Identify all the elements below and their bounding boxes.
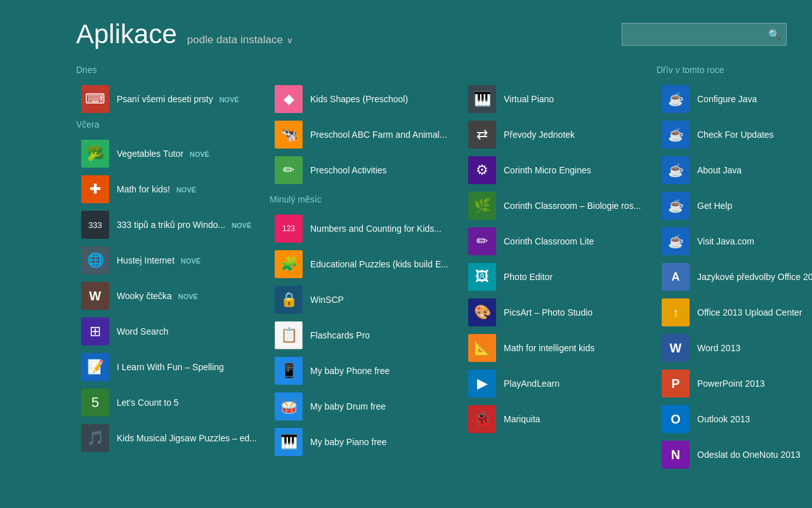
app-icon: N bbox=[662, 441, 690, 469]
app-name: Vegetables Tutor NOVÉ bbox=[117, 149, 209, 159]
section-vcera: Včera 🥦 Vegetables Tutor NOVÉ ✚ Math for… bbox=[76, 119, 263, 456]
list-item[interactable]: ☕ Visit Java.com bbox=[657, 224, 812, 259]
badge-new: NOVÉ bbox=[219, 96, 239, 104]
app-icon: 🐄 bbox=[275, 121, 303, 149]
app-icon: ⇄ bbox=[468, 121, 496, 149]
app-name: Word 2013 bbox=[697, 343, 740, 353]
app-icon: W bbox=[662, 334, 690, 362]
section-driv: Dřív v tomto roce ☕ Configure Java ☕ Che… bbox=[657, 65, 812, 472]
list-item[interactable]: 5 Let's Count to 5 bbox=[76, 385, 263, 420]
list-item[interactable]: 🎹 My baby Piano free bbox=[270, 424, 457, 460]
app-icon: 📱 bbox=[275, 357, 303, 385]
list-item[interactable]: 🎹 Virtual Piano bbox=[463, 81, 650, 117]
list-item[interactable]: ⌨ Psaní všemi deseti prsty NOVÉ bbox=[76, 81, 263, 117]
app-name: Corinth Micro Engines bbox=[504, 165, 591, 175]
list-item[interactable]: 333 333 tipů a triků pro Windo... NOVÉ bbox=[76, 207, 263, 243]
app-icon: 📋 bbox=[275, 321, 303, 349]
app-name: Virtual Piano bbox=[504, 94, 554, 104]
app-icon: 🎨 bbox=[468, 298, 496, 326]
app-icon: O bbox=[662, 405, 690, 433]
sort-label: podle data instalace bbox=[187, 34, 283, 46]
app-name: PicsArt – Photo Studio bbox=[504, 307, 593, 318]
sort-selector[interactable]: podle data instalace ∨ bbox=[187, 34, 293, 46]
list-item[interactable]: ✏ Preschool Activities bbox=[270, 152, 457, 188]
section-no-label-2: placeholder ◆ Kids Shapes (Preschool) 🐄 … bbox=[270, 65, 457, 188]
app-name: My baby Drum free bbox=[310, 401, 386, 411]
list-item[interactable]: 🥦 Vegetables Tutor NOVÉ bbox=[76, 136, 263, 171]
app-icon: 🧩 bbox=[275, 250, 303, 278]
list-item[interactable]: 🌐 Hustej Internet NOVÉ bbox=[76, 243, 263, 278]
section-minuly: Minulý měsíc 123 Numbers and Counting fo… bbox=[270, 194, 457, 460]
list-item[interactable]: 🐞 Mariquita bbox=[463, 401, 650, 437]
app-icon: ✚ bbox=[81, 175, 109, 203]
app-icon: 🥦 bbox=[81, 140, 109, 168]
app-name: Math for intelligent kids bbox=[504, 343, 594, 353]
column-2: placeholder ◆ Kids Shapes (Preschool) 🐄 … bbox=[270, 62, 457, 472]
list-item[interactable]: ✏ Corinth Classroom Lite bbox=[463, 224, 650, 259]
list-item[interactable]: ◆ Kids Shapes (Preschool) bbox=[270, 81, 457, 117]
app-name: Let's Count to 5 bbox=[117, 398, 179, 408]
list-item[interactable]: 🥁 My baby Drum free bbox=[270, 389, 457, 424]
list-item[interactable]: 🌿 Corinth Classroom – Biologie ros... bbox=[463, 188, 650, 224]
app-name: About Java bbox=[697, 165, 742, 175]
list-item[interactable]: 📋 Flashcards Pro bbox=[270, 318, 457, 353]
app-name: Psaní všemi deseti prsty NOVÉ bbox=[117, 94, 239, 104]
app-icon: ⊞ bbox=[81, 318, 109, 345]
section-label-dnes: Dnes bbox=[76, 65, 263, 75]
app-name: PlayAndLearn bbox=[504, 378, 560, 389]
list-item[interactable]: W Word 2013 bbox=[657, 330, 812, 366]
section-label-driv: Dřív v tomto roce bbox=[657, 65, 812, 75]
list-item[interactable]: W Wooky čtečka NOVÉ bbox=[76, 278, 263, 314]
list-item[interactable]: 🔒 WinSCP bbox=[270, 282, 457, 318]
app-icon: 🔒 bbox=[275, 286, 303, 314]
search-input[interactable] bbox=[627, 29, 768, 39]
list-item[interactable]: N Odeslat do OneNotu 2013 bbox=[657, 437, 812, 472]
app-name: Převody Jednotek bbox=[504, 130, 575, 140]
list-item[interactable]: O Outlook 2013 bbox=[657, 401, 812, 437]
list-item[interactable]: 📝 I Learn With Fun – Spelling bbox=[76, 349, 263, 385]
app-name: Hustej Internet NOVÉ bbox=[117, 255, 200, 265]
app-icon: 🎹 bbox=[468, 85, 496, 113]
app-icon: ☕ bbox=[662, 227, 690, 255]
column-4: Dřív v tomto roce ☕ Configure Java ☕ Che… bbox=[657, 62, 812, 472]
app-name: Get Help bbox=[697, 201, 732, 211]
header: Aplikace podle data instalace ∨ 🔍 bbox=[0, 0, 812, 62]
app-icon: ↑ bbox=[662, 298, 690, 326]
list-item[interactable]: 123 Numbers and Counting for Kids... bbox=[270, 211, 457, 246]
list-item[interactable]: 📐 Math for intelligent kids bbox=[463, 330, 650, 366]
app-name: Configure Java bbox=[697, 94, 757, 104]
search-box[interactable]: 🔍 bbox=[622, 23, 787, 46]
app-name: Corinth Classroom – Biologie ros... bbox=[504, 201, 641, 211]
app-icon: ☕ bbox=[662, 121, 690, 149]
list-item[interactable]: 🎵 Kids Musical Jigsaw Puzzles – ed... bbox=[76, 420, 263, 456]
list-item[interactable]: ▶ PlayAndLearn bbox=[463, 366, 650, 401]
list-item[interactable]: ☕ Get Help bbox=[657, 188, 812, 224]
section-no-label-3: placeholder 🎹 Virtual Piano ⇄ Převody Je… bbox=[463, 65, 650, 437]
list-item[interactable]: ☕ Configure Java bbox=[657, 81, 812, 117]
list-item[interactable]: P PowerPoint 2013 bbox=[657, 366, 812, 401]
app-icon: ✏ bbox=[275, 156, 303, 184]
list-item[interactable]: 📱 My baby Phone free bbox=[270, 353, 457, 389]
list-item[interactable]: ☕ Check For Updates bbox=[657, 117, 812, 152]
app-icon: 123 bbox=[275, 215, 303, 243]
list-item[interactable]: ⚙ Corinth Micro Engines bbox=[463, 152, 650, 188]
app-name: Jazykové předvolby Office 2013 bbox=[697, 272, 812, 282]
list-item[interactable]: 🐄 Preschool ABC Farm and Animal... bbox=[270, 117, 457, 152]
section-label-vcera: Včera bbox=[76, 119, 263, 130]
list-item[interactable]: ✚ Math for kids! NOVÉ bbox=[76, 171, 263, 207]
list-item[interactable]: 🧩 Educational Puzzles (kids build E... bbox=[270, 246, 457, 282]
list-item[interactable]: ⊞ Word Search bbox=[76, 314, 263, 349]
app-icon: ◆ bbox=[275, 85, 303, 113]
list-item[interactable]: 🖼 Photo Editor bbox=[463, 259, 650, 295]
app-icon: ⚙ bbox=[468, 156, 496, 184]
list-item[interactable]: ⇄ Převody Jednotek bbox=[463, 117, 650, 152]
list-item[interactable]: ☕ About Java bbox=[657, 152, 812, 188]
app-name: Odeslat do OneNotu 2013 bbox=[697, 450, 801, 460]
app-name: Photo Editor bbox=[504, 272, 553, 282]
section-label-minuly: Minulý měsíc bbox=[270, 194, 457, 204]
list-item[interactable]: A Jazykové předvolby Office 2013 bbox=[657, 259, 812, 295]
list-item[interactable]: 🎨 PicsArt – Photo Studio bbox=[463, 295, 650, 330]
list-item[interactable]: ↑ Office 2013 Upload Center bbox=[657, 295, 812, 330]
app-name: Numbers and Counting for Kids... bbox=[310, 224, 442, 234]
header-title-area: Aplikace podle data instalace ∨ bbox=[76, 19, 293, 50]
